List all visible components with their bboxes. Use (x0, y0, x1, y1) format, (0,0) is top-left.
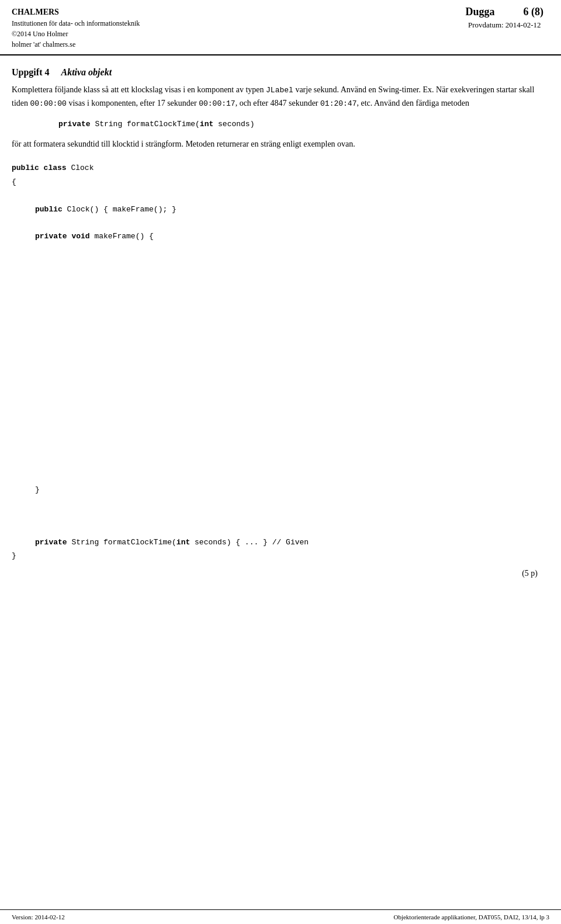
constructor-line: public Clock() { makeFrame(); } (35, 203, 543, 216)
kw-public-class: public class (12, 164, 67, 172)
email-line: holmer 'at' chalmers.se (12, 39, 140, 50)
task-header: Uppgift 4 Aktiva objekt (12, 67, 543, 78)
makeframe-line: private void makeFrame() { (35, 230, 543, 243)
header-right: Dugga 6 (8) Provdatum: 2014-02-12 (465, 6, 543, 30)
page-header: CHALMERS Institutionen för data- och inf… (0, 0, 561, 55)
method-signature-block: private String formatClockTime(int secon… (58, 119, 543, 130)
desc-text-4: , och efter 4847 sekunder (236, 99, 320, 107)
desc-text-3: visas i komponenten, efter 17 sekunder (67, 99, 199, 107)
makeframe-rest: makeFrame() { (90, 232, 154, 241)
open-brace-line: { (12, 175, 543, 189)
kw-public-constructor: public (35, 205, 63, 214)
page-number: 6 (8) (524, 6, 544, 18)
time2-ref: 00:00:17 (199, 99, 235, 108)
date-line: Provdatum: 2014-02-12 (465, 20, 543, 30)
header-left: CHALMERS Institutionen för data- och inf… (12, 6, 140, 50)
footer-version: Version: 2014-02-12 (12, 913, 65, 920)
method-kw-int: int (200, 120, 213, 128)
class-declaration-line: public class Clock (12, 161, 543, 175)
time1-ref: 00:00:00 (30, 99, 67, 108)
exam-title: Dugga (465, 6, 494, 18)
date-value: 2014-02-12 (505, 20, 541, 29)
institution-line: Institutionen för data- och informations… (12, 18, 140, 29)
page-container: CHALMERS Institutionen för data- och inf… (0, 0, 561, 924)
school-name: CHALMERS (12, 6, 140, 18)
kw-int-last: int (176, 538, 190, 547)
outer-close-brace: } (12, 549, 543, 562)
date-label: Provdatum: (468, 20, 504, 29)
last-method-mid: String formatClockTime( (67, 538, 176, 547)
main-content: Uppgift 4 Aktiva objekt Komplettera följ… (0, 55, 561, 590)
task-description-p2: för att formatera sekundtid till klockti… (12, 138, 543, 151)
class-code-block: public class Clock { public Clock() { ma… (12, 161, 543, 562)
year-holder-line: ©2014 Uno Holmer (12, 29, 140, 39)
task-description-p1: Komplettera följande klass så att ett kl… (12, 84, 543, 110)
points-area: (5 p) (12, 569, 543, 578)
exam-title-page: Dugga 6 (8) (465, 6, 543, 18)
makeframe-closing-brace: } (35, 483, 543, 496)
task-title: Aktiva objekt (61, 67, 112, 78)
kw-private-mf: private (35, 232, 67, 241)
jlabel-ref: JLabel (266, 86, 293, 95)
kw-private-last: private (35, 538, 67, 547)
desc-text-1: Komplettera följande klass så att ett kl… (12, 85, 266, 94)
page-footer: Version: 2014-02-12 Objektorienterade ap… (0, 909, 561, 924)
last-method-end: seconds) { ... } // Given (190, 538, 309, 547)
constructor-rest: Clock() { makeFrame(); } (63, 205, 176, 214)
footer-course-info: Objektorienterade applikationer, DAT055,… (393, 913, 549, 920)
points-label: (5 p) (522, 569, 538, 578)
time3-ref: 01:20:47 (320, 99, 356, 108)
class-name: Clock (71, 164, 94, 172)
task-number: Uppgift 4 (12, 67, 49, 78)
answer-blank-space (12, 244, 543, 477)
desc-text-5: , etc. Använd den färdiga metoden (356, 99, 469, 107)
kw-void-mf: void (71, 232, 89, 241)
last-method-line: private String formatClockTime(int secon… (35, 536, 543, 549)
method-kw-private: private (58, 120, 91, 128)
